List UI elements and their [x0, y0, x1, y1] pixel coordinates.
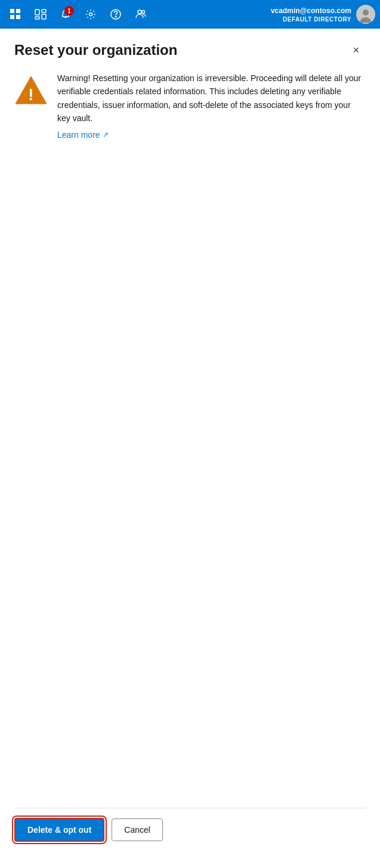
svg-rect-6	[35, 17, 39, 19]
help-icon[interactable]	[105, 4, 126, 25]
content-spacer	[14, 150, 366, 808]
top-navigation: 1 vcadmin@contoso.com	[0, 0, 380, 29]
svg-rect-3	[16, 15, 20, 19]
dialog-header: Reset your organization ×	[14, 41, 366, 60]
svg-rect-2	[10, 15, 14, 19]
main-content: Reset your organization × ! Warning! Res…	[0, 29, 380, 868]
svg-point-9	[89, 13, 92, 16]
cancel-button[interactable]: Cancel	[112, 818, 163, 841]
svg-rect-4	[35, 10, 39, 15]
footer-buttons: Delete & opt out Cancel	[14, 808, 366, 856]
learn-more-label: Learn more	[57, 130, 100, 140]
svg-rect-7	[42, 14, 46, 19]
notification-icon[interactable]: 1	[55, 4, 76, 25]
svg-point-12	[138, 10, 141, 14]
learn-more-link[interactable]: Learn more ↗	[57, 130, 109, 140]
svg-rect-1	[16, 9, 20, 13]
grid-icon[interactable]	[5, 4, 26, 25]
dialog-title: Reset your organization	[14, 42, 177, 58]
svg-point-11	[115, 16, 116, 17]
svg-point-15	[363, 10, 369, 16]
warning-section: ! Warning! Resetting your organization i…	[14, 72, 366, 140]
svg-text:!: !	[28, 85, 33, 104]
user-directory: DEFAULT DIRECTORY	[271, 16, 351, 23]
settings-icon[interactable]	[80, 4, 101, 25]
svg-rect-5	[42, 10, 46, 13]
nav-right-user: vcadmin@contoso.com DEFAULT DIRECTORY	[271, 5, 375, 24]
notification-badge: 1	[64, 6, 74, 16]
close-button[interactable]: ×	[347, 41, 366, 60]
user-email: vcadmin@contoso.com	[271, 6, 351, 16]
nav-left-icons: 1	[5, 4, 152, 25]
avatar[interactable]	[356, 5, 375, 24]
dashboard-icon[interactable]	[30, 4, 51, 25]
warning-text-block: Warning! Resetting your organization is …	[57, 72, 366, 140]
warning-icon: !	[14, 74, 48, 110]
external-link-icon: ↗	[103, 131, 109, 139]
people-icon[interactable]	[130, 4, 152, 25]
svg-rect-0	[10, 9, 14, 13]
user-info: vcadmin@contoso.com DEFAULT DIRECTORY	[271, 6, 351, 23]
warning-message: Warning! Resetting your organization is …	[57, 72, 366, 125]
delete-opt-out-button[interactable]: Delete & opt out	[14, 818, 104, 842]
svg-point-13	[142, 11, 145, 14]
